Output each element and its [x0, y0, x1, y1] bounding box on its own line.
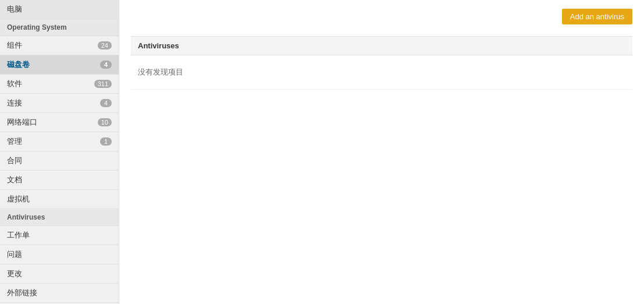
sidebar: 电脑Operating System组件24磁盘卷4软件311连接4网络端口10… [0, 0, 119, 304]
sidebar-item-label-computer: 电脑 [7, 4, 22, 15]
sidebar-item-label-issues: 问题 [7, 249, 22, 260]
add-antivirus-button[interactable]: Add an antivirus [562, 9, 632, 24]
sidebar-item-label-network-ports: 网络端口 [7, 117, 37, 128]
app-layout: 电脑Operating System组件24磁盘卷4软件311连接4网络端口10… [0, 0, 644, 304]
sidebar-item-label-work-orders: 工作单 [7, 230, 30, 241]
sidebar-item-disk[interactable]: 磁盘卷4 [0, 55, 119, 75]
sidebar-badge-network-ports: 10 [98, 118, 112, 126]
sidebar-item-virtual-machine[interactable]: 虚拟机 [0, 190, 119, 209]
sidebar-item-software[interactable]: 软件311 [0, 75, 119, 94]
sidebar-item-components[interactable]: 组件24 [0, 36, 119, 55]
sidebar-badge-disk: 4 [100, 61, 112, 69]
table-header: Antiviruses [131, 36, 632, 55]
sidebar-badge-software: 311 [94, 80, 112, 88]
main-header: Add an antivirus [131, 9, 632, 24]
empty-message: 没有发现项目 [131, 55, 632, 90]
sidebar-item-label-components: 组件 [7, 40, 22, 51]
sidebar-badge-connections: 4 [100, 99, 112, 107]
sidebar-item-label-virtual-machine: 虚拟机 [7, 194, 30, 204]
sidebar-item-external-links[interactable]: 外部链接 [0, 284, 119, 303]
antiviruses-table: Antiviruses 没有发现项目 [131, 36, 632, 90]
sidebar-item-label-connections: 连接 [7, 98, 22, 108]
sidebar-item-label-changes: 更改 [7, 268, 22, 279]
sidebar-section-antiviruses-header: Antiviruses [0, 209, 119, 226]
sidebar-section-os-header: Operating System [0, 19, 119, 36]
sidebar-item-label-contracts: 合同 [7, 155, 22, 166]
main-content: Add an antivirus Antiviruses 没有发现项目 [119, 0, 644, 304]
sidebar-item-contracts[interactable]: 合同 [0, 151, 119, 171]
sidebar-item-label-disk: 磁盘卷 [7, 59, 30, 70]
sidebar-item-label-external-links: 外部链接 [7, 288, 37, 298]
sidebar-item-issues[interactable]: 问题 [0, 245, 119, 264]
sidebar-item-changes[interactable]: 更改 [0, 264, 119, 284]
sidebar-item-label-management: 管理 [7, 136, 22, 147]
sidebar-item-network-ports[interactable]: 网络端口10 [0, 113, 119, 132]
sidebar-item-label-documents: 文档 [7, 175, 22, 185]
sidebar-item-documents[interactable]: 文档 [0, 171, 119, 190]
sidebar-item-computer[interactable]: 电脑 [0, 0, 119, 19]
sidebar-item-connections[interactable]: 连接4 [0, 94, 119, 113]
sidebar-item-label-software: 软件 [7, 79, 22, 89]
sidebar-item-work-orders[interactable]: 工作单 [0, 226, 119, 245]
sidebar-item-management[interactable]: 管理1 [0, 132, 119, 151]
sidebar-badge-components: 24 [98, 41, 112, 50]
sidebar-badge-management: 1 [100, 137, 112, 146]
